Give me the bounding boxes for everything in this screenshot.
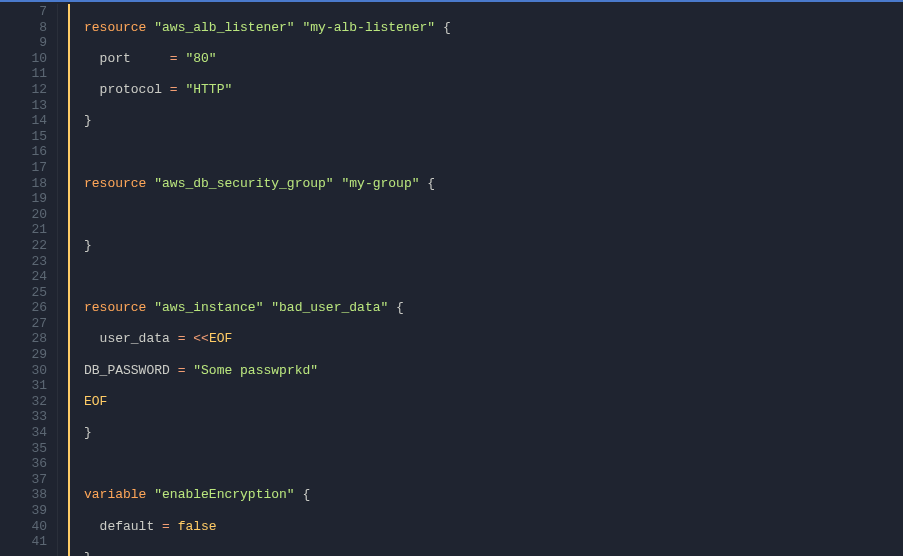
code-line xyxy=(84,144,903,160)
code-line xyxy=(84,456,903,472)
line-number: 19 xyxy=(0,191,47,207)
line-number: 9 xyxy=(0,35,47,51)
line-number: 13 xyxy=(0,98,47,114)
line-number: 24 xyxy=(0,269,47,285)
line-number: 28 xyxy=(0,331,47,347)
code-line: } xyxy=(84,113,903,129)
code-line: } xyxy=(84,550,903,556)
line-number: 21 xyxy=(0,222,47,238)
line-number: 29 xyxy=(0,347,47,363)
code-line: variable "enableEncryption" { xyxy=(84,487,903,503)
line-number: 40 xyxy=(0,519,47,535)
line-number: 27 xyxy=(0,316,47,332)
code-area[interactable]: resource "aws_alb_listener" "my-alb-list… xyxy=(70,4,903,556)
code-line: resource "aws_alb_listener" "my-alb-list… xyxy=(84,20,903,36)
line-number: 41 xyxy=(0,534,47,550)
line-number: 26 xyxy=(0,300,47,316)
code-line: } xyxy=(84,238,903,254)
line-number: 18 xyxy=(0,176,47,192)
gutter-border xyxy=(58,4,70,556)
code-line: resource "aws_instance" "bad_user_data" … xyxy=(84,300,903,316)
line-number: 34 xyxy=(0,425,47,441)
line-number: 38 xyxy=(0,487,47,503)
line-number: 22 xyxy=(0,238,47,254)
line-number: 39 xyxy=(0,503,47,519)
code-line: user_data = <<EOF xyxy=(84,331,903,347)
code-line xyxy=(84,207,903,223)
code-line: } xyxy=(84,425,903,441)
code-line: resource "aws_db_security_group" "my-gro… xyxy=(84,176,903,192)
line-number: 16 xyxy=(0,144,47,160)
line-number: 35 xyxy=(0,441,47,457)
line-number: 33 xyxy=(0,409,47,425)
line-number: 11 xyxy=(0,66,47,82)
line-number: 15 xyxy=(0,129,47,145)
code-line: DB_PASSWORD = "Some passwprkd" xyxy=(84,363,903,379)
line-number: 23 xyxy=(0,254,47,270)
line-number: 36 xyxy=(0,456,47,472)
line-number: 8 xyxy=(0,20,47,36)
line-number: 37 xyxy=(0,472,47,488)
line-number: 32 xyxy=(0,394,47,410)
line-number: 10 xyxy=(0,51,47,67)
line-number: 12 xyxy=(0,82,47,98)
line-number: 14 xyxy=(0,113,47,129)
line-number: 30 xyxy=(0,363,47,379)
line-number: 31 xyxy=(0,378,47,394)
code-line: default = false xyxy=(84,519,903,535)
code-line: protocol = "HTTP" xyxy=(84,82,903,98)
line-number: 25 xyxy=(0,285,47,301)
code-line: port = "80" xyxy=(84,51,903,67)
code-line xyxy=(84,269,903,285)
line-number-gutter: 7891011121314151617181920212223242526272… xyxy=(0,4,58,556)
code-line: EOF xyxy=(84,394,903,410)
line-number: 17 xyxy=(0,160,47,176)
line-number: 20 xyxy=(0,207,47,223)
code-editor[interactable]: 7891011121314151617181920212223242526272… xyxy=(0,0,903,556)
line-number: 7 xyxy=(0,4,47,20)
